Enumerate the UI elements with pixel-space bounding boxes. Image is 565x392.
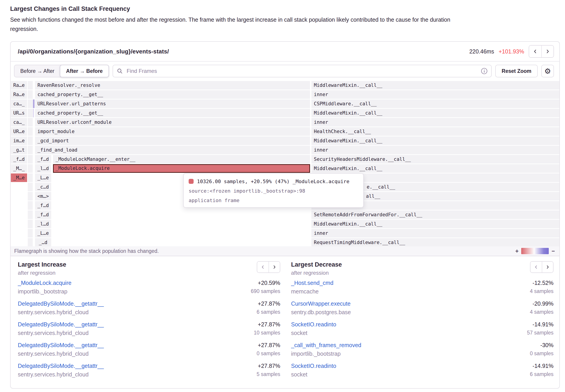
flame-frame[interactable]: MiddlewareMixin.__call__ [311, 81, 559, 90]
flame-frame-ancestor[interactable]: _g…t [11, 146, 27, 154]
flame-frame-ancestor[interactable]: _L…e [35, 229, 51, 238]
flame-frame-narrow[interactable] [28, 192, 33, 200]
info-icon[interactable] [481, 68, 488, 74]
flame-frame-selected[interactable]: _ModuleLock.acquire [53, 164, 310, 173]
flame-frame[interactable]: inner [311, 146, 559, 154]
flame-frame-ancestor[interactable]: im…e [11, 137, 27, 145]
flame-frame[interactable]: SetRemoteAddrFromForwardedFor.__call__ [311, 210, 559, 219]
prev-endpoint-button[interactable] [529, 45, 541, 57]
flame-frame-narrow[interactable] [28, 109, 33, 117]
function-link[interactable]: _ModuleLock.acquire [18, 280, 71, 286]
flame-frame-ancestor[interactable]: <m…> [35, 192, 51, 200]
flame-frame-narrow[interactable] [28, 164, 33, 173]
flame-frame-ancestor[interactable]: UR…e [11, 127, 27, 136]
flame-frame[interactable]: import_module [35, 127, 310, 136]
function-link[interactable]: SocketIO.readinto [291, 321, 336, 328]
flame-frame[interactable]: inner [311, 118, 559, 126]
increase-list: _ModuleLock.acquireimportlib._bootstrap+… [18, 280, 280, 378]
flame-frame-narrow[interactable] [28, 229, 33, 238]
flame-frame-narrow[interactable] [28, 238, 33, 246]
flame-frame-ancestor[interactable]: _l…d [35, 164, 51, 173]
flame-frame-ancestor[interactable]: _c…d [35, 183, 51, 191]
next-endpoint-button[interactable] [541, 45, 553, 57]
flame-frame[interactable]: RequestTimingMiddleware.__call__ [311, 238, 559, 246]
flame-frame-ancestor[interactable]: UR…s [11, 109, 27, 117]
flame-frame[interactable]: SecurityHeadersMiddleware.__call__ [311, 155, 559, 164]
function-change-entry: _Host.send_cmdmemcache-12.52%4 samples [291, 280, 553, 295]
flame-frame-narrow[interactable] [28, 118, 33, 126]
flame-frame[interactable]: _gcd_import [35, 137, 310, 145]
function-link[interactable]: SocketIO.readinto [291, 363, 336, 369]
flame-frame-ancestor[interactable]: ca…_ [11, 99, 27, 108]
function-change-entry: DelegatedBySiloMode.__getattr__sentry.se… [18, 342, 280, 357]
find-frames-search[interactable] [113, 65, 492, 77]
flame-frame-ancestor[interactable]: Ra…e [11, 81, 27, 90]
increase-subtitle: after regression [18, 270, 66, 276]
flame-frame[interactable]: MiddlewareMixin.__call__ [311, 137, 559, 145]
flamegraph-canvas[interactable]: Ra…eRavenResolver._resolveMiddlewareMixi… [11, 81, 559, 246]
flame-frame-narrow[interactable] [28, 146, 33, 154]
increase-next-button[interactable] [268, 262, 280, 272]
flame-frame-narrow[interactable] [28, 220, 33, 228]
function-module: sentry.db.postgres.base [291, 309, 351, 316]
chevron-left-icon [260, 265, 265, 269]
flame-frame[interactable]: MiddlewareMixin.__call__ [311, 164, 559, 173]
diff-legend: + − [515, 248, 555, 254]
function-link[interactable]: CursorWrapper.execute [291, 300, 351, 307]
flame-frame-narrow[interactable] [28, 155, 33, 164]
function-module: socket [291, 330, 336, 336]
flame-frame[interactable]: URLResolver.url_patterns [35, 99, 310, 108]
flame-frame-highlight-sliver[interactable] [33, 99, 35, 108]
decrease-prev-button[interactable] [530, 262, 542, 272]
reset-zoom-button[interactable]: Reset Zoom [495, 65, 538, 77]
function-link[interactable]: DelegatedBySiloMode.__getattr__ [18, 342, 104, 349]
flame-frame[interactable]: cached_property.__get__ [35, 90, 310, 99]
flame-frame-ancestor[interactable]: _f…d [35, 201, 51, 210]
sample-count: 5 samples [256, 371, 280, 377]
flame-frame-narrow[interactable] [28, 137, 33, 145]
flame-frame[interactable]: cached_property.__get__ [35, 109, 310, 117]
flame-frame-ancestor[interactable]: _l…d [35, 220, 51, 228]
function-link[interactable]: DelegatedBySiloMode.__getattr__ [18, 363, 104, 369]
search-input[interactable] [126, 68, 478, 74]
flame-frame-narrow[interactable] [28, 210, 33, 219]
function-link[interactable]: _call_with_frames_removed [291, 342, 361, 349]
flame-frame[interactable]: inner [311, 229, 559, 238]
function-link[interactable]: DelegatedBySiloMode.__getattr__ [18, 321, 104, 328]
flame-frame-narrow[interactable] [28, 173, 33, 182]
flame-frame-ancestor[interactable]: _M…e [11, 173, 27, 182]
flame-frame-ancestor[interactable]: _…d [35, 238, 51, 246]
flame-frame-narrow[interactable] [28, 99, 33, 108]
flame-frame-ancestor[interactable]: _M…_ [11, 164, 27, 173]
flame-frame-ancestor[interactable]: _f…d [11, 155, 27, 164]
change-percent: -14.91% [527, 321, 553, 328]
flame-frame-narrow[interactable] [28, 201, 33, 210]
settings-button[interactable]: ⚙ [541, 65, 554, 77]
function-link[interactable]: DelegatedBySiloMode.__getattr__ [18, 300, 104, 307]
flame-frame-narrow[interactable] [28, 90, 33, 99]
flame-frame-ancestor[interactable]: _L…e [35, 173, 51, 182]
flame-frame-ancestor[interactable]: Ra…e [11, 90, 27, 99]
flame-frame[interactable]: HealthCheck.__call__ [311, 127, 559, 136]
flame-frame-narrow[interactable] [28, 127, 33, 136]
flame-frame[interactable]: inner [311, 90, 559, 99]
flame-frame-narrow[interactable] [28, 183, 33, 191]
flame-frame[interactable]: RavenResolver._resolve [35, 81, 310, 90]
toggle-after-before[interactable]: After → Before [60, 65, 109, 77]
increase-prev-button[interactable] [257, 262, 268, 272]
flame-frame-narrow[interactable] [28, 81, 33, 90]
flame-frame[interactable]: MiddlewareMixin.__call__ [311, 109, 559, 117]
flame-frame[interactable]: _find_and_load [35, 146, 310, 154]
flame-frame[interactable]: URLResolver.urlconf_module [35, 118, 310, 126]
change-percent: -14.91% [530, 363, 553, 369]
flame-frame[interactable]: MiddlewareMixin.__call__ [311, 220, 559, 228]
flame-frame-highlight-sliver[interactable] [33, 109, 34, 117]
function-link[interactable]: _Host.send_cmd [291, 280, 334, 286]
flame-frame-ancestor[interactable]: ca…_ [11, 118, 27, 126]
flame-frame[interactable]: _ModuleLockManager.__enter__ [53, 155, 310, 164]
flame-frame[interactable]: CSPMiddleware.__call__ [311, 99, 559, 108]
toggle-before-after[interactable]: Before → After [14, 65, 60, 77]
flame-frame-ancestor[interactable]: _f…d [35, 155, 51, 164]
decrease-next-button[interactable] [542, 262, 553, 272]
flame-frame-ancestor[interactable]: _f…d [35, 210, 51, 219]
